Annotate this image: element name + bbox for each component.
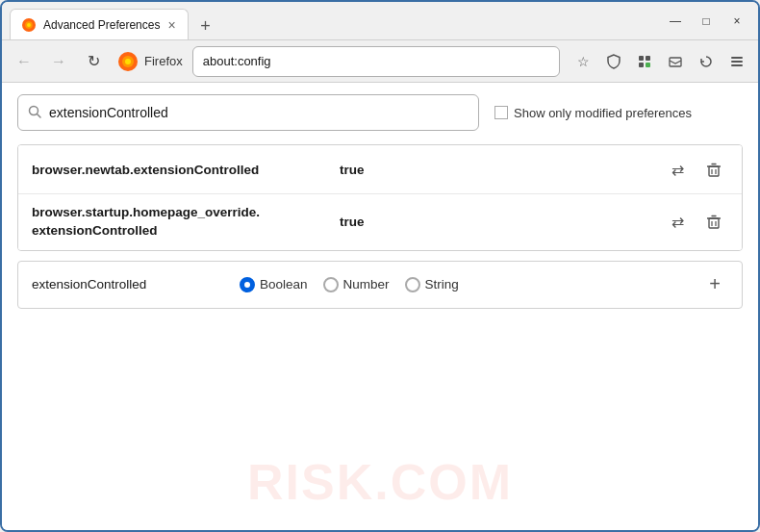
tab-favicon: [22, 18, 36, 32]
svg-rect-13: [731, 64, 743, 66]
show-modified-checkbox[interactable]: [494, 106, 508, 119]
new-tab-button[interactable]: +: [192, 13, 219, 39]
pref-name-line2: extensionControlled: [32, 222, 340, 241]
results-table: browser.newtab.extensionControlled true …: [17, 144, 743, 251]
table-row: browser.startup.homepage_override. exten…: [18, 194, 742, 250]
firefox-logo-icon: [117, 51, 139, 72]
search-row: Show only modified preferences: [17, 94, 743, 131]
reload-button[interactable]: ↻: [79, 47, 108, 76]
svg-rect-16: [709, 166, 719, 176]
close-button[interactable]: ×: [723, 11, 750, 32]
minimize-button[interactable]: —: [662, 11, 689, 32]
pref-name-1: browser.newtab.extensionControlled: [32, 163, 340, 177]
radio-number-label: Number: [343, 277, 390, 291]
radio-circle-string: [405, 277, 420, 292]
new-pref-name: extensionControlled: [32, 277, 224, 291]
radio-number[interactable]: Number: [323, 277, 390, 292]
search-input[interactable]: [49, 105, 469, 120]
account-icon[interactable]: [662, 48, 689, 75]
delete-button-1[interactable]: [699, 155, 728, 184]
pref-value-1: true: [340, 163, 663, 177]
reload-icon: ↻: [88, 52, 100, 70]
address-text: about:config: [203, 54, 271, 68]
nav-bar: ← → ↻ Firefox about:config ☆: [2, 40, 758, 83]
show-modified-row: Show only modified preferences: [494, 106, 692, 120]
back-button[interactable]: ←: [10, 47, 38, 76]
browser-name-label: Firefox: [144, 54, 183, 68]
pref-value-2: true: [340, 215, 663, 229]
swap-button-1[interactable]: ⇄: [663, 155, 692, 184]
svg-rect-12: [731, 61, 743, 63]
radio-boolean[interactable]: Boolean: [240, 277, 308, 292]
menu-icon[interactable]: [723, 48, 750, 75]
bookmark-icon[interactable]: ☆: [570, 48, 596, 75]
svg-rect-9: [646, 63, 650, 67]
svg-rect-6: [639, 56, 644, 61]
forward-button[interactable]: →: [44, 47, 73, 76]
table-row: browser.newtab.extensionControlled true …: [18, 145, 742, 194]
swap-icon: ⇄: [671, 161, 684, 179]
svg-rect-7: [646, 56, 650, 61]
pref-name-line1: browser.startup.homepage_override.: [32, 204, 340, 222]
watermark: RISK.COM: [247, 453, 513, 511]
swap-button-2[interactable]: ⇄: [663, 208, 692, 237]
row-actions-1: ⇄: [663, 155, 728, 184]
add-preference-button[interactable]: +: [701, 271, 728, 298]
row-actions-2: ⇄: [663, 208, 728, 237]
trash-icon: [706, 162, 722, 178]
svg-point-5: [125, 59, 131, 64]
trash-icon: [706, 214, 722, 230]
svg-rect-21: [709, 218, 719, 228]
search-icon: [28, 105, 41, 121]
svg-line-15: [38, 114, 41, 117]
title-bar: Advanced Preferences × + — □ ×: [2, 2, 758, 40]
radio-circle-number: [323, 277, 339, 292]
nav-icons: ☆: [570, 48, 750, 75]
window-controls: — □ ×: [662, 11, 750, 32]
tab-area: Advanced Preferences × +: [10, 2, 654, 39]
radio-string[interactable]: String: [405, 277, 459, 292]
swap-icon: ⇄: [671, 213, 684, 231]
back-icon: ←: [16, 53, 32, 70]
shield-icon[interactable]: [600, 48, 627, 75]
sync-icon[interactable]: [693, 48, 720, 75]
tab-title: Advanced Preferences: [43, 18, 160, 32]
radio-group: Boolean Number String: [240, 277, 686, 292]
pref-name-2: browser.startup.homepage_override. exten…: [32, 204, 340, 241]
svg-point-2: [27, 23, 31, 27]
svg-rect-8: [639, 63, 644, 67]
browser-window: Advanced Preferences × + — □ × ← → ↻ Fir…: [0, 0, 760, 532]
main-content: Show only modified preferences browser.n…: [2, 83, 758, 530]
active-tab[interactable]: Advanced Preferences ×: [10, 9, 189, 39]
delete-button-2[interactable]: [699, 208, 728, 237]
search-box[interactable]: [17, 94, 479, 131]
extension-icon[interactable]: [631, 48, 658, 75]
show-modified-label: Show only modified preferences: [514, 106, 692, 120]
forward-icon: →: [51, 53, 66, 70]
radio-string-label: String: [425, 277, 459, 291]
tab-close-button[interactable]: ×: [167, 18, 175, 32]
radio-boolean-label: Boolean: [260, 277, 308, 291]
address-bar[interactable]: about:config: [192, 46, 560, 77]
maximize-button[interactable]: □: [693, 11, 720, 32]
new-pref-row: extensionControlled Boolean Number Strin…: [17, 261, 743, 309]
svg-rect-11: [731, 57, 743, 59]
radio-circle-boolean: [240, 277, 255, 292]
